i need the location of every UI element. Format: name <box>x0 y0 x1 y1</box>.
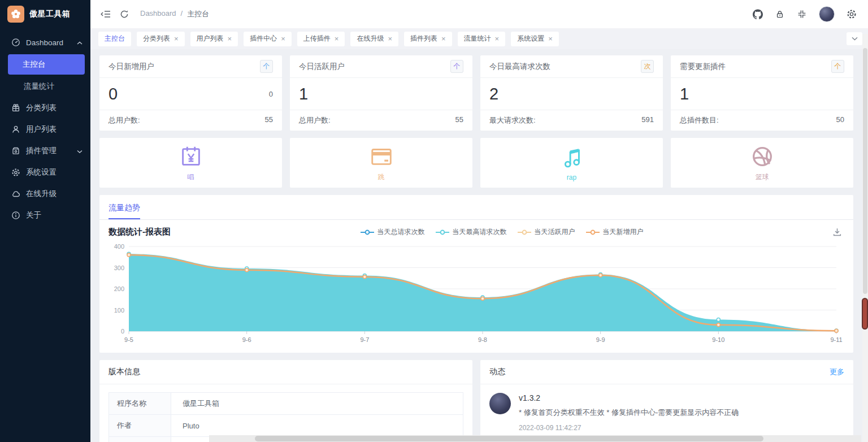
legend-item[interactable]: 当天活跃用户 <box>517 227 575 237</box>
shortcut-card-basketball[interactable]: 篮球 <box>671 138 853 188</box>
stat-value: 1 <box>299 85 308 103</box>
credit-card-icon <box>368 144 394 170</box>
shortcut-label: 唱 <box>188 172 194 182</box>
user-icon <box>11 125 20 134</box>
close-icon[interactable]: × <box>228 35 232 42</box>
sidebar: 傲星工具箱 Dashboard 主控台 流量统计 分类列表 <box>0 0 90 442</box>
tab-system-settings[interactable]: 系统设置× <box>511 32 559 46</box>
music-note-icon <box>559 145 585 171</box>
sidebar-item-about[interactable]: 关于 <box>0 205 90 226</box>
download-icon[interactable] <box>832 227 842 237</box>
vertical-scrollbar-thumb[interactable] <box>863 48 867 294</box>
stat-title: 今日新增用户 <box>108 62 154 72</box>
tab-online-upgrade[interactable]: 在线升级× <box>350 32 398 46</box>
shortcut-card-sing[interactable]: 唱 <box>99 138 282 188</box>
fullscreen-icon[interactable] <box>797 9 807 19</box>
more-link[interactable]: 更多 <box>830 367 844 377</box>
tab-upload-plugin[interactable]: 上传插件× <box>297 32 345 46</box>
refresh-icon[interactable] <box>119 9 129 19</box>
table-row: 程序名称 傲星工具箱 <box>109 393 463 415</box>
sidebar-item-traffic-stats[interactable]: 流量统计 <box>0 76 90 97</box>
activity-description: * 修复首页分类权重不生效 * 修复插件中心-需要更新显示内容不正确 <box>519 408 739 418</box>
shortcut-card-rap[interactable]: rap <box>480 138 663 188</box>
tabs-dropdown-button[interactable] <box>847 32 862 45</box>
svg-text:9-10: 9-10 <box>712 336 724 343</box>
close-icon[interactable]: × <box>548 35 553 42</box>
svg-text:9-11: 9-11 <box>830 336 842 343</box>
svg-text:9-9: 9-9 <box>596 336 605 343</box>
svg-text:200: 200 <box>114 285 124 292</box>
shortcut-label: 篮球 <box>756 172 769 182</box>
sidebar-item-online-upgrade[interactable]: 在线升级 <box>0 183 90 205</box>
stat-footer-label: 总用户数: <box>299 115 331 125</box>
stat-card-plugins-to-update: 需要更新插件 个 1 总插件数目: 50 <box>671 55 853 131</box>
app-title: 傲星工具箱 <box>29 9 71 19</box>
cloud-icon <box>11 189 20 198</box>
activity-version: v1.3.2 <box>519 393 739 402</box>
row-label: 作者 <box>109 415 171 436</box>
legend-marker-icon <box>517 229 532 235</box>
tab-plugin-center[interactable]: 插件中心× <box>244 32 292 46</box>
stat-title: 需要更新插件 <box>680 62 726 72</box>
stat-card-new-users: 今日新增用户 个 0 0 总用户数: 55 <box>99 55 282 131</box>
legend-item[interactable]: 当天总请求次数 <box>360 227 425 237</box>
chevron-up-icon <box>77 38 83 47</box>
sidebar-item-dashboard[interactable]: Dashboard <box>0 32 90 53</box>
breadcrumb-separator: / <box>181 9 183 19</box>
avatar <box>489 393 511 414</box>
scrollbar-red-marker[interactable] <box>862 298 868 330</box>
close-icon[interactable]: × <box>335 35 339 42</box>
sidebar-item-console[interactable]: 主控台 <box>8 54 85 75</box>
sidebar-item-user-list[interactable]: 用户列表 <box>0 119 90 140</box>
legend-item[interactable]: 当天新增用户 <box>585 227 644 237</box>
close-icon[interactable]: × <box>174 35 179 42</box>
sidebar-item-system-settings[interactable]: 系统设置 <box>0 162 90 183</box>
legend-marker-icon <box>435 229 450 235</box>
version-table: 程序名称 傲星工具箱 作者 Pluto <box>108 392 463 442</box>
tab-plugin-list[interactable]: 插件列表× <box>404 32 452 46</box>
chevron-down-icon <box>77 147 83 155</box>
traffic-chart[interactable]: 01002003004009-59-69-79-89-99-109-11 <box>105 240 845 350</box>
legend-item[interactable]: 当天最高请求次数 <box>435 227 507 237</box>
tab-traffic-stats[interactable]: 流量统计× <box>458 32 506 46</box>
user-avatar[interactable] <box>819 6 835 22</box>
unit-badge: 个 <box>831 60 844 73</box>
breadcrumb-item[interactable]: Dashboard <box>140 9 176 19</box>
chevron-down-icon <box>852 37 858 41</box>
table-row: 作者 Pluto <box>109 415 463 437</box>
svg-text:0: 0 <box>121 328 124 335</box>
sidebar-menu: Dashboard 主控台 流量统计 分类列表 用户列表 <box>0 28 90 226</box>
panel-title: 版本信息 <box>108 367 140 377</box>
settings-gear-icon[interactable] <box>847 9 857 19</box>
close-icon[interactable]: × <box>388 35 392 42</box>
stat-title: 今日最高请求次数 <box>489 62 550 72</box>
tab-traffic-trend[interactable]: 流量趋势 <box>108 203 140 219</box>
stat-card-max-requests: 今日最高请求次数 次 2 最大请求次数: 591 <box>480 55 663 131</box>
activity-card: 动态 更多 v1.3.2 * 修复首页分类权重不生效 * 修复插件中心-需要更新… <box>480 360 853 442</box>
horizontal-scrollbar-thumb[interactable] <box>255 436 763 441</box>
tab-console[interactable]: 主控台 <box>98 32 131 46</box>
traffic-trend-card: 流量趋势 数据统计-报表图 当天总请求次数 当天最高请求次数 当天活跃用户 当天… <box>99 195 853 353</box>
info-icon <box>11 211 20 220</box>
unit-badge: 个 <box>450 60 463 73</box>
traffic-trend-tabs: 流量趋势 <box>99 195 853 220</box>
sidebar-item-category-list[interactable]: 分类列表 <box>0 97 90 119</box>
row-value: 傲星工具箱 <box>171 393 219 414</box>
tab-category-list[interactable]: 分类列表× <box>137 32 185 46</box>
stat-footer-value: 55 <box>455 115 463 125</box>
stat-footer-label: 总用户数: <box>108 115 140 125</box>
collapse-sidebar-icon[interactable] <box>101 9 111 19</box>
lock-icon[interactable] <box>775 9 785 19</box>
close-icon[interactable]: × <box>441 35 446 42</box>
stat-footer-value: 50 <box>836 115 844 125</box>
open-tabs-bar: 主控台 分类列表× 用户列表× 插件中心× 上传插件× 在线升级× 插件列表× … <box>90 28 868 49</box>
close-icon[interactable]: × <box>281 35 285 42</box>
shortcut-card-jump[interactable]: 跳 <box>290 138 472 188</box>
close-icon[interactable]: × <box>495 35 500 42</box>
sidebar-item-plugin-manage[interactable]: 插件管理 <box>0 140 90 162</box>
shortcut-label: rap <box>567 174 576 181</box>
flower-icon <box>10 8 21 20</box>
github-icon[interactable] <box>753 9 763 19</box>
tab-user-list[interactable]: 用户列表× <box>190 32 238 46</box>
dashboard-icon <box>11 38 20 47</box>
